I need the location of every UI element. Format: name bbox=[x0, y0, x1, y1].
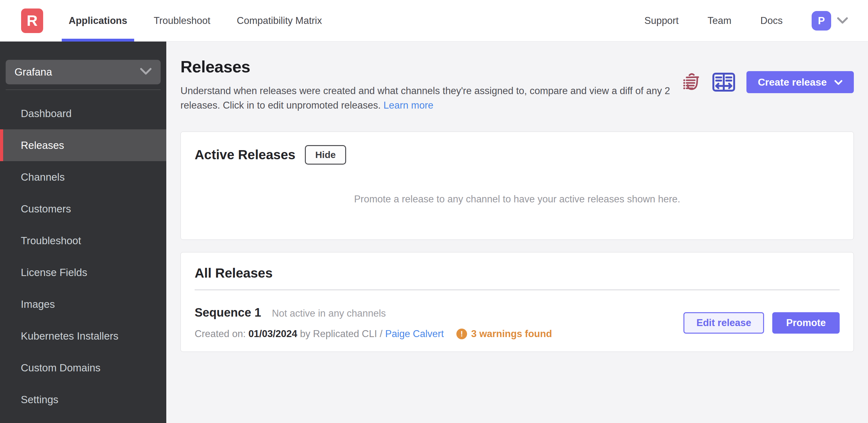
page-header: Releases Understand when releases were c… bbox=[181, 41, 854, 113]
main-content: Releases Understand when releases were c… bbox=[166, 41, 868, 423]
release-name: Sequence 1 bbox=[195, 306, 261, 320]
sidebar-item-images[interactable]: Images bbox=[0, 288, 166, 320]
release-channel-status: Not active in any channels bbox=[272, 308, 386, 319]
hide-button[interactable]: Hide bbox=[305, 145, 346, 165]
active-releases-empty-text: Promote a release to any channel to have… bbox=[195, 194, 840, 205]
created-via: by Replicated CLI / bbox=[300, 328, 382, 339]
primary-nav-tabs: Applications Troubleshoot Compatibility … bbox=[56, 0, 335, 41]
create-release-button[interactable]: Create release bbox=[746, 71, 854, 93]
tab-troubleshoot[interactable]: Troubleshoot bbox=[141, 0, 224, 41]
app-selector-value: Grafana bbox=[14, 66, 52, 78]
release-info: Sequence 1 Not active in any channels Cr… bbox=[195, 306, 552, 339]
sidebar-menu: Dashboard Releases Channels Customers Tr… bbox=[0, 98, 166, 416]
created-date: 01/03/2024 bbox=[248, 328, 297, 339]
sidebar-item-releases[interactable]: Releases bbox=[0, 129, 166, 161]
all-releases-divider bbox=[195, 290, 840, 290]
release-title-line: Sequence 1 Not active in any channels bbox=[195, 306, 552, 320]
sidebar-divider bbox=[6, 89, 161, 90]
all-releases-card: All Releases Sequence 1 Not active in an… bbox=[181, 252, 854, 352]
avatar-initial: P bbox=[818, 15, 825, 27]
page-header-actions: Create release bbox=[683, 71, 854, 93]
sidebar-item-license-fields[interactable]: License Fields bbox=[0, 257, 166, 288]
warning-icon: ! bbox=[456, 329, 467, 339]
all-releases-title: All Releases bbox=[195, 266, 840, 281]
avatar[interactable]: P bbox=[812, 11, 831, 31]
trash-list-icon[interactable] bbox=[683, 72, 701, 92]
compare-columns-icon[interactable] bbox=[712, 72, 736, 92]
sidebar-item-customers[interactable]: Customers bbox=[0, 193, 166, 225]
tab-compatibility-matrix[interactable]: Compatibility Matrix bbox=[224, 0, 335, 41]
release-warnings: ! 3 warnings found bbox=[456, 328, 552, 339]
nav-link-support[interactable]: Support bbox=[644, 15, 679, 26]
sidebar-item-troubleshoot[interactable]: Troubleshoot bbox=[0, 225, 166, 257]
promote-button[interactable]: Promote bbox=[772, 312, 840, 334]
nav-right-links: Support Team Docs P bbox=[644, 11, 868, 31]
sidebar-item-settings[interactable]: Settings bbox=[0, 384, 166, 416]
sidebar-item-channels[interactable]: Channels bbox=[0, 161, 166, 193]
sidebar-item-dashboard[interactable]: Dashboard bbox=[0, 98, 166, 129]
chevron-down-icon[interactable] bbox=[837, 17, 848, 25]
nav-link-team[interactable]: Team bbox=[708, 15, 732, 26]
created-on-label: Created on: bbox=[195, 328, 246, 339]
chevron-down-icon bbox=[834, 76, 842, 88]
logo-letter: R bbox=[27, 12, 38, 29]
tab-applications[interactable]: Applications bbox=[56, 0, 141, 41]
create-release-label: Create release bbox=[758, 76, 827, 88]
active-releases-card: Active Releases Hide Promote a release t… bbox=[181, 132, 854, 240]
release-row: Sequence 1 Not active in any channels Cr… bbox=[195, 306, 840, 339]
warning-text: 3 warnings found bbox=[471, 328, 552, 339]
author-link[interactable]: Paige Calvert bbox=[385, 328, 444, 339]
sidebar: Grafana Dashboard Releases Channels Cust… bbox=[0, 41, 166, 423]
active-releases-title: Active Releases bbox=[195, 147, 296, 162]
active-releases-header: Active Releases Hide bbox=[195, 145, 840, 165]
page-description: Understand when releases were created an… bbox=[181, 84, 681, 113]
app-selector-dropdown[interactable]: Grafana bbox=[6, 60, 161, 84]
release-actions: Edit release Promote bbox=[683, 312, 840, 334]
nav-link-docs[interactable]: Docs bbox=[760, 15, 783, 26]
top-navigation: R Applications Troubleshoot Compatibilit… bbox=[0, 0, 868, 41]
learn-more-link[interactable]: Learn more bbox=[383, 100, 433, 111]
sidebar-item-kubernetes-installers[interactable]: Kubernetes Installers bbox=[0, 320, 166, 352]
sidebar-item-custom-domains[interactable]: Custom Domains bbox=[0, 352, 166, 384]
release-meta-line: Created on: 01/03/2024 by Replicated CLI… bbox=[195, 328, 552, 339]
replicated-logo[interactable]: R bbox=[21, 8, 43, 33]
chevron-down-icon bbox=[140, 66, 152, 78]
edit-release-button[interactable]: Edit release bbox=[683, 312, 764, 334]
